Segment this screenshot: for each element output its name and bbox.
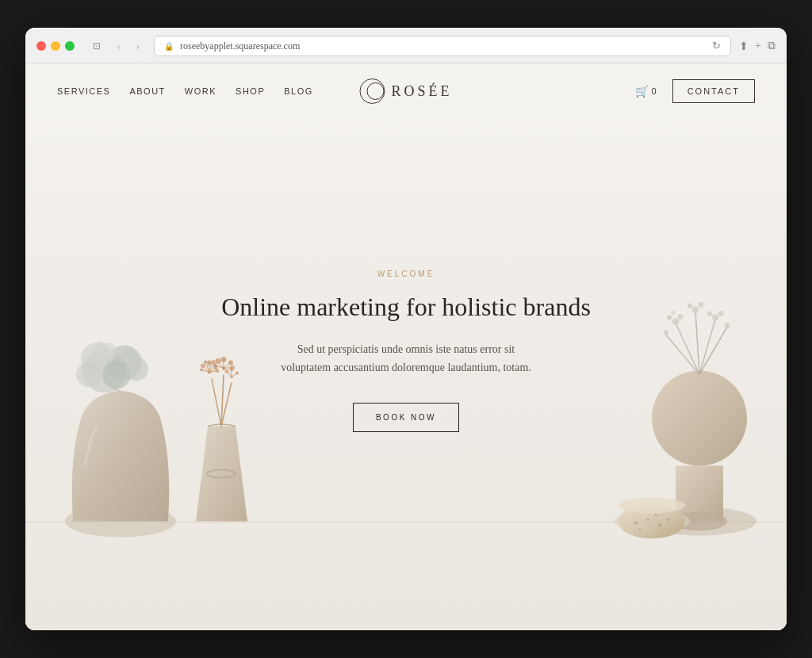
cart-button[interactable]: 🛒 0	[635, 85, 657, 98]
browser-actions: ⬆ + ⧉	[739, 40, 776, 53]
nav-blog[interactable]: BLOG	[284, 86, 313, 96]
traffic-lights	[36, 41, 75, 51]
logo-icon	[359, 78, 385, 104]
website-content: SERVICES ABOUT WORK SHOP BLOG ROSÉE 🛒 0 …	[25, 63, 787, 630]
sidebar-toggle[interactable]: ⊡	[87, 38, 106, 54]
browser-nav: ‹ ›	[111, 38, 146, 54]
cart-icon: 🛒	[635, 85, 649, 98]
share-icon[interactable]: ⬆	[739, 40, 749, 53]
back-button[interactable]: ‹	[111, 38, 127, 54]
refresh-icon[interactable]: ↻	[712, 40, 721, 52]
forward-button[interactable]: ›	[130, 38, 146, 54]
browser-chrome: ⊡ ‹ › 🔒 roseebyapplet.squarespace.com ↻ …	[25, 28, 787, 63]
fullscreen-button[interactable]	[65, 41, 75, 51]
hero-headline: Online marketing for holistic brands	[221, 291, 591, 324]
book-now-button[interactable]: BOOK NOW	[353, 403, 459, 432]
nav-about[interactable]: ABOUT	[129, 86, 165, 96]
welcome-label: WELCOME	[377, 270, 435, 278]
nav-services[interactable]: SERVICES	[57, 86, 110, 96]
site-logo[interactable]: ROSÉE	[359, 78, 452, 104]
nav-left: SERVICES ABOUT WORK SHOP BLOG	[57, 86, 313, 96]
hero-body-text: Sed ut perspiciatis unde omnis iste natu…	[271, 340, 541, 378]
contact-button[interactable]: CONTACT	[672, 79, 755, 103]
site-navigation: SERVICES ABOUT WORK SHOP BLOG ROSÉE 🛒 0 …	[25, 63, 787, 119]
hero-content: WELCOME Online marketing for holistic br…	[25, 119, 787, 630]
logo-text: ROSÉE	[391, 83, 452, 100]
cart-count: 0	[652, 86, 657, 96]
browser-window: ⊡ ‹ › 🔒 roseebyapplet.squarespace.com ↻ …	[25, 28, 787, 630]
lock-icon: 🔒	[164, 42, 174, 51]
nav-shop[interactable]: SHOP	[236, 86, 265, 96]
new-tab-icon[interactable]: +	[755, 40, 761, 52]
url-text: roseebyapplet.squarespace.com	[180, 40, 300, 52]
nav-work[interactable]: WORK	[185, 86, 216, 96]
address-bar[interactable]: 🔒 roseebyapplet.squarespace.com ↻	[154, 36, 731, 56]
close-button[interactable]	[36, 41, 46, 51]
browser-controls: ⊡ ‹ ›	[87, 38, 146, 54]
duplicate-icon[interactable]: ⧉	[768, 40, 776, 52]
nav-right: 🛒 0 CONTACT	[635, 79, 755, 103]
minimize-button[interactable]	[51, 41, 60, 51]
